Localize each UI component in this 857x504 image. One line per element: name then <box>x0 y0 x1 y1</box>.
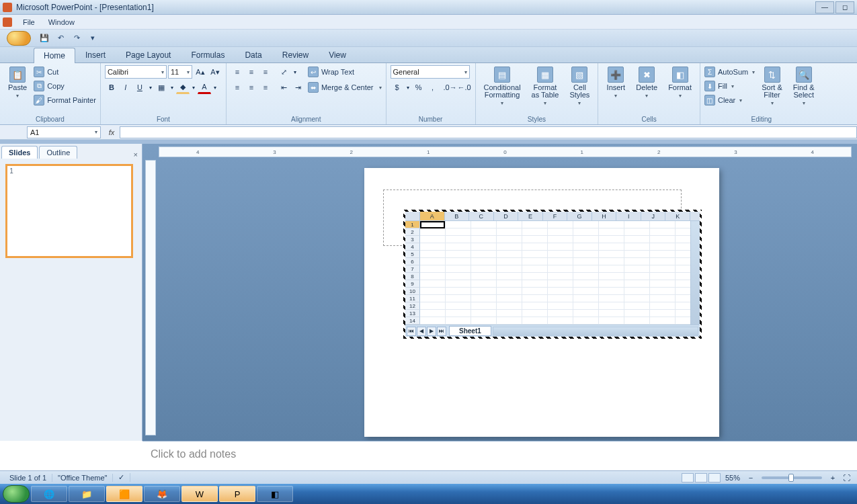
embedded-excel-object[interactable]: A B C D E F G H I J K 1 2 <box>403 210 702 339</box>
tab-page-layout[interactable]: Page Layout <box>116 47 181 62</box>
font-name-combo[interactable]: Calibri▾ <box>105 65 167 79</box>
notes-pane[interactable]: Click to add notes <box>142 441 857 470</box>
start-button[interactable] <box>3 485 30 503</box>
col-header-g[interactable]: G <box>567 212 592 220</box>
align-left-button[interactable]: ≡ <box>231 81 244 94</box>
undo-icon[interactable]: ↶ <box>54 32 67 45</box>
paste-button[interactable]: 📋 Paste ▾ <box>4 65 31 100</box>
decrease-decimal-button[interactable]: ←.0 <box>458 81 471 94</box>
tab-view[interactable]: View <box>319 47 356 62</box>
slideshow-view-button[interactable] <box>708 473 721 482</box>
select-all-corner[interactable] <box>405 212 420 220</box>
row-header-7[interactable]: 7 <box>405 265 420 273</box>
format-painter-button[interactable]: 🖌Format Painter <box>34 93 96 107</box>
delete-cells-button[interactable]: ✖Delete▾ <box>632 65 661 100</box>
autosum-button[interactable]: ΣAutoSum▾ <box>704 65 755 79</box>
taskbar-powerpoint-icon[interactable]: P <box>219 486 255 502</box>
row-header-13[interactable]: 13 <box>405 310 420 317</box>
accounting-dropdown[interactable]: ▾ <box>405 81 411 94</box>
redo-icon[interactable]: ↷ <box>70 32 83 45</box>
row-header-11[interactable]: 11 <box>405 295 420 302</box>
row-header-12[interactable]: 12 <box>405 302 420 310</box>
increase-decimal-button[interactable]: .0→ <box>444 81 457 94</box>
comma-button[interactable]: , <box>426 81 440 94</box>
row-header-3[interactable]: 3 <box>405 236 420 243</box>
col-header-d[interactable]: D <box>494 212 519 220</box>
row-header-1[interactable]: 1 <box>405 221 420 228</box>
cut-button[interactable]: ✂Cut <box>34 65 96 79</box>
col-header-a[interactable]: A <box>420 212 445 220</box>
tab-data[interactable]: Data <box>235 47 272 62</box>
font-size-combo[interactable]: 11▾ <box>168 65 192 79</box>
slides-tab[interactable]: Slides <box>1 146 38 159</box>
decrease-indent-button[interactable]: ⇤ <box>278 81 291 94</box>
col-header-j[interactable]: J <box>641 212 666 220</box>
selected-cell-a1[interactable] <box>420 221 445 228</box>
increase-indent-button[interactable]: ⇥ <box>292 81 305 94</box>
font-color-dropdown[interactable]: ▾ <box>212 81 218 94</box>
format-cells-button[interactable]: ◧Format▾ <box>664 65 696 100</box>
fill-color-button[interactable]: ◆ <box>176 81 190 94</box>
taskbar-app-icon[interactable]: ◧ <box>257 486 293 502</box>
menu-window[interactable]: Window <box>42 16 81 28</box>
excel-grid[interactable] <box>420 221 690 325</box>
merge-center-button[interactable]: ⬌Merge & Center▾ <box>308 81 382 94</box>
taskbar-explorer-icon[interactable]: 📁 <box>69 486 105 502</box>
row-header-10[interactable]: 10 <box>405 288 420 295</box>
taskbar-word-icon[interactable]: W <box>181 486 218 502</box>
sheet-nav-last[interactable]: ⏭ <box>437 327 446 336</box>
align-center-button[interactable]: ≡ <box>245 81 258 94</box>
sorter-view-button[interactable] <box>695 473 707 482</box>
close-panel-button[interactable]: × <box>134 151 138 159</box>
qat-dropdown-icon[interactable]: ▾ <box>86 32 99 45</box>
zoom-slider-thumb[interactable] <box>788 474 794 482</box>
zoom-in-button[interactable]: + <box>826 471 840 485</box>
copy-button[interactable]: ⧉Copy <box>34 79 96 93</box>
clear-button[interactable]: ◫Clear▾ <box>704 93 755 107</box>
slide-editor[interactable]: 4 3 2 1 0 1 2 3 4 A B C D <box>142 144 857 441</box>
name-box[interactable]: A1▾ <box>27 126 101 138</box>
normal-view-button[interactable] <box>682 473 694 482</box>
underline-dropdown[interactable]: ▾ <box>147 81 154 94</box>
zoom-slider[interactable] <box>762 476 822 479</box>
office-button[interactable] <box>7 31 31 46</box>
taskbar-firefox-icon[interactable]: 🦊 <box>144 486 180 502</box>
tab-insert[interactable]: Insert <box>75 47 116 62</box>
minimize-button[interactable]: — <box>815 1 834 13</box>
formula-input[interactable] <box>120 126 857 138</box>
zoom-out-button[interactable]: − <box>744 471 758 485</box>
row-header-2[interactable]: 2 <box>405 228 420 236</box>
save-icon[interactable]: 💾 <box>38 32 51 45</box>
wrap-text-button[interactable]: ↩Wrap Text <box>308 65 382 79</box>
col-header-f[interactable]: F <box>543 212 568 220</box>
fill-button[interactable]: ⬇Fill▾ <box>704 79 755 93</box>
row-header-8[interactable]: 8 <box>405 273 420 280</box>
align-middle-button[interactable]: ≡ <box>245 65 258 79</box>
cell-styles-button[interactable]: ▧Cell Styles▾ <box>565 65 594 108</box>
row-header-5[interactable]: 5 <box>405 251 420 258</box>
insert-cells-button[interactable]: ➕Insert▾ <box>602 65 629 100</box>
vertical-ruler[interactable] <box>145 160 156 435</box>
bold-button[interactable]: B <box>105 81 118 94</box>
taskbar-ie-icon[interactable]: 🌐 <box>31 486 67 502</box>
excel-horizontal-scrollbar[interactable] <box>493 327 698 336</box>
format-as-table-button[interactable]: ▦Format as Table▾ <box>528 65 563 108</box>
number-format-combo[interactable]: General▾ <box>391 65 470 79</box>
border-button[interactable]: ▦ <box>155 81 168 94</box>
align-top-button[interactable]: ≡ <box>231 65 244 79</box>
percent-button[interactable]: % <box>412 81 425 94</box>
orientation-button[interactable]: ⤢ <box>278 65 291 79</box>
excel-vertical-scrollbar[interactable] <box>690 221 700 325</box>
col-header-c[interactable]: C <box>469 212 494 220</box>
underline-button[interactable]: U <box>133 81 147 94</box>
outline-tab[interactable]: Outline <box>39 146 77 159</box>
col-header-e[interactable]: E <box>518 212 543 220</box>
italic-button[interactable]: I <box>119 81 132 94</box>
restore-button[interactable]: ◻ <box>835 1 854 13</box>
col-header-h[interactable]: H <box>592 212 617 220</box>
find-select-button[interactable]: 🔍Find & Select▾ <box>789 65 819 108</box>
fill-color-dropdown[interactable]: ▾ <box>190 81 197 94</box>
col-header-i[interactable]: I <box>616 212 641 220</box>
fx-label[interactable]: fx <box>104 128 120 136</box>
shrink-font-button[interactable]: A▾ <box>208 65 222 79</box>
